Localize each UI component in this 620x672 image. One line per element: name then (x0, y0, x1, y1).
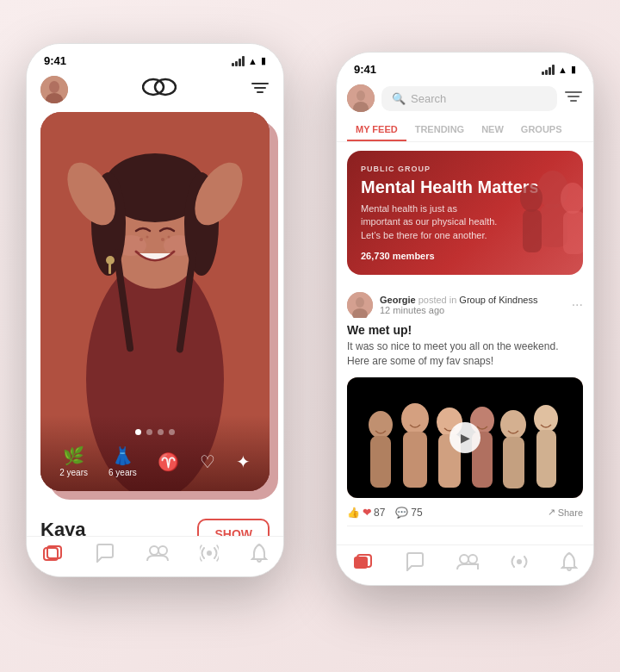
post-author: Georgie (380, 295, 416, 305)
svg-point-49 (369, 411, 393, 439)
right-profile-avatar[interactable] (347, 84, 375, 112)
diet-icon: 🌿 (63, 445, 84, 466)
right-nav-cards[interactable] (352, 553, 373, 570)
profile-card[interactable]: 🌿 2 years 👗 6 years ♈ ♡ (40, 112, 270, 491)
svg-rect-43 (523, 209, 542, 252)
nav-cards[interactable] (42, 544, 63, 562)
tab-trending[interactable]: TRENDING (406, 119, 473, 141)
filter-icon[interactable] (251, 80, 270, 100)
svg-rect-58 (503, 437, 524, 488)
stat-diet: 🌿 2 years (59, 445, 88, 477)
battery-icon: ▮ (261, 55, 266, 66)
share-button[interactable]: ↗ Share (548, 507, 583, 518)
group-card[interactable]: PUBLIC GROUP Mental Health Matters Menta… (347, 151, 583, 275)
share-label: Share (558, 507, 583, 518)
svg-point-26 (168, 236, 170, 239)
post-options-icon[interactable]: ··· (572, 297, 583, 313)
svg-point-45 (356, 297, 364, 308)
stat-style-label: 6 years (108, 468, 137, 477)
like-number: 87 (374, 507, 385, 519)
card-dots (54, 429, 256, 435)
post-posted-label: posted in (418, 295, 460, 305)
stat-diet-label: 2 years (59, 468, 88, 477)
star-sign-icon: ♈ (158, 451, 179, 472)
search-bar[interactable]: 🔍 Search (381, 86, 557, 111)
svg-point-63 (460, 555, 468, 563)
svg-rect-60 (536, 430, 556, 488)
profile-stats: 🌿 2 years 👗 6 years ♈ ♡ (54, 445, 256, 477)
like-reaction[interactable]: 👍 ❤ 87 (347, 507, 385, 519)
star-icon: ✦ (236, 451, 251, 472)
style-icon: 👗 (112, 445, 133, 466)
phone-right: 9:41 ▲ ▮ 🔍 (336, 52, 594, 586)
stat-style: 👗 6 years (108, 445, 137, 477)
svg-point-65 (517, 559, 522, 564)
svg-point-4 (155, 79, 176, 95)
nav-broadcast[interactable] (200, 544, 219, 563)
svg-rect-52 (403, 432, 427, 488)
left-profile-avatar[interactable] (40, 76, 68, 103)
svg-point-25 (161, 238, 164, 241)
stat-star-sign: ♈ (158, 451, 179, 472)
right-status-icons: ▲ ▮ (542, 64, 576, 75)
post-meta: Georgie posted in Group of Kindness 12 m… (380, 295, 565, 315)
share-icon: ↗ (548, 507, 555, 518)
nav-chat[interactable] (95, 544, 115, 563)
nav-community[interactable] (146, 544, 169, 563)
right-nav-chat[interactable] (405, 552, 425, 571)
dot-1 (135, 429, 141, 435)
tab-my-feed[interactable]: MY FEED (347, 119, 406, 141)
post-title: We met up! (347, 323, 583, 337)
left-status-icons: ▲ ▮ (232, 55, 266, 66)
like-count: ❤ (363, 507, 371, 519)
left-time: 9:41 (44, 54, 66, 67)
post-group: Group of Kindness (459, 295, 537, 305)
right-nav-broadcast[interactable] (510, 552, 529, 571)
comment-reaction[interactable]: 💬 75 (395, 507, 422, 519)
heart-icon: ♡ (200, 451, 215, 472)
tab-groups[interactable]: GROUPS (512, 119, 571, 141)
comment-icon: 💬 (395, 507, 408, 519)
card-overlay: 🌿 2 years 👗 6 years ♈ ♡ (40, 415, 270, 491)
dot-4 (169, 429, 175, 435)
nav-notifications[interactable] (251, 544, 268, 563)
right-time: 9:41 (354, 63, 376, 76)
right-nav-notifications[interactable] (561, 552, 578, 571)
post-header: Georgie posted in Group of Kindness 12 m… (347, 283, 583, 323)
post-time: 12 minutes ago (380, 305, 444, 315)
svg-rect-22 (108, 264, 111, 274)
like-icon: 👍 (347, 507, 360, 519)
comment-count: 75 (411, 507, 422, 519)
left-bottom-nav (27, 536, 283, 576)
svg-point-57 (500, 410, 526, 439)
right-signal-icon (542, 65, 555, 75)
wifi-icon: ▲ (248, 56, 257, 66)
svg-point-3 (143, 79, 164, 95)
svg-point-21 (106, 256, 115, 264)
search-placeholder: Search (411, 92, 446, 105)
post-reactions: 👍 ❤ 87 💬 75 ↗ Share (347, 507, 583, 526)
left-top-nav (27, 72, 283, 112)
right-battery-icon: ▮ (571, 64, 576, 75)
right-bottom-nav (337, 544, 593, 585)
play-button[interactable]: ▶ (450, 422, 480, 453)
svg-point-51 (401, 403, 429, 434)
tabs-row: MY FEED TRENDING NEW GROUPS (337, 119, 593, 142)
signal-icon (232, 56, 245, 66)
svg-point-33 (356, 90, 365, 101)
search-icon: 🔍 (392, 92, 406, 105)
right-status-bar: 9:41 ▲ ▮ (337, 53, 593, 81)
svg-rect-50 (370, 436, 391, 488)
dot-2 (146, 429, 152, 435)
post-image[interactable]: ▶ (347, 377, 583, 498)
post-card: Georgie posted in Group of Kindness 12 m… (347, 283, 583, 526)
tab-new[interactable]: NEW (473, 119, 512, 141)
right-filter-icon[interactable] (564, 89, 583, 108)
left-status-bar: 9:41 ▲ ▮ (27, 44, 283, 72)
svg-point-31 (207, 551, 212, 556)
right-nav-community[interactable] (456, 552, 479, 571)
right-wifi-icon: ▲ (558, 65, 567, 75)
stat-star: ✦ (236, 451, 251, 472)
svg-rect-41 (563, 211, 583, 254)
post-text: It was so nice to meet you all on the we… (347, 339, 583, 369)
